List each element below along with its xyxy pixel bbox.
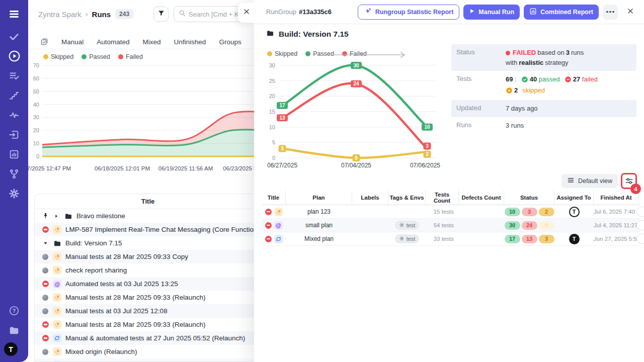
failed-status-icon [42, 321, 49, 328]
manual-run-icon [53, 266, 61, 275]
column-header-status[interactable]: Status [504, 190, 554, 205]
group-run-row[interactable]: @small plantest54 tests30240Jul 4, 2025 … [262, 219, 640, 232]
drawer-actions: Rungroup Statistic Report Manual Run Com… [358, 5, 638, 20]
assignee-avatar[interactable]: T [569, 207, 580, 217]
bar-chart-icon [529, 8, 537, 17]
tags-cell: test [388, 219, 426, 232]
tab-groups[interactable]: Groups [219, 38, 241, 46]
failed-status-icon [42, 281, 49, 287]
runs-table-row[interactable] [35, 358, 261, 362]
group-run-row[interactable]: plan 12315 tests1032TJul 6, 2025 7:40 [262, 205, 640, 219]
tab-automated[interactable]: Automated [97, 38, 129, 46]
group-runs-table: TitlePlanLabelsTags & EnvsTests CountDef… [262, 190, 640, 246]
sidebar-menu-icon[interactable] [4, 4, 24, 24]
rungroup-id: #13a335c6 [299, 8, 332, 16]
runs-table-row[interactable]: Manual & automated tests at 27 Jun 2025 … [35, 331, 261, 345]
group-trend-chart: 0510152025303021730101324306/27/202507/0… [260, 59, 451, 176]
sidebar-help-icon[interactable]: ? [4, 301, 24, 320]
select-all-icon[interactable] [40, 38, 48, 46]
runs-table-row[interactable]: Manual tests at 28 Mar 2025 09:33 Copy [35, 250, 261, 263]
runs-table-row[interactable]: Manual tests at 28 Mar 2025 09:33 (Relau… [35, 318, 261, 331]
search-icon [179, 10, 186, 19]
manual-run-button[interactable]: Manual Run [463, 5, 520, 20]
runs-table-row[interactable]: Build: Version 7.15 [35, 236, 261, 250]
column-header-tags-envs[interactable]: Tags & Envs [388, 190, 426, 205]
manual-run-icon [53, 225, 61, 234]
svg-text:30: 30 [353, 63, 359, 68]
sidebar-gear-icon[interactable] [4, 184, 24, 203]
sidebar-box-arrow-icon[interactable] [4, 125, 24, 144]
mixed-run-icon [53, 334, 61, 342]
tag-pill: test [395, 221, 420, 230]
runs-table-row[interactable]: Bravo milestone [35, 209, 261, 223]
sidebar-pulse-icon[interactable] [4, 105, 24, 125]
filter-button[interactable] [153, 7, 169, 22]
sidebar-folder-icon[interactable] [4, 320, 24, 340]
legend-dot-icon [267, 51, 272, 56]
tests-value: 69 :40 passed27 failed2skipped [506, 74, 631, 97]
combined-report-button[interactable]: Combined Report [524, 5, 599, 20]
tab-unfinished[interactable]: Unfinished [174, 38, 206, 46]
chevron-right-icon[interactable] [53, 214, 60, 219]
sidebar-bar-chart-icon[interactable] [4, 144, 24, 164]
plan-name[interactable]: Mixed plan [286, 232, 352, 245]
runs-table-row[interactable]: Manual tests at 28 Mar 2025 09:33 (Relau… [35, 291, 261, 304]
group-table-body: plan 12315 tests1032TJul 6, 2025 7:40@sm… [262, 205, 640, 246]
failed-status-icon [265, 222, 272, 229]
folder-run-icon [64, 212, 72, 220]
search-input[interactable] [189, 11, 245, 18]
sidebar-branch-icon[interactable] [4, 164, 24, 184]
column-header-defects-count[interactable]: Defects Count [459, 190, 504, 205]
default-view-button[interactable]: Default view [561, 174, 618, 188]
finished-at: Jun 27, 2025 5:5 [594, 232, 639, 245]
svg-text:5: 5 [272, 139, 275, 145]
failed-status-icon [42, 226, 49, 233]
sidebar-list-check-icon[interactable] [4, 66, 24, 85]
sidebar-steps-icon[interactable] [4, 85, 24, 105]
svg-text:20: 20 [33, 127, 39, 133]
plan-name[interactable]: small plan [286, 219, 352, 232]
column-header-plan[interactable]: Plan [286, 190, 352, 205]
drawer-collapse-button[interactable] [238, 3, 255, 23]
more-actions-button[interactable] [603, 5, 618, 20]
tab-mixed[interactable]: Mixed [143, 38, 161, 46]
breadcrumb-project[interactable]: Zyntra Spark [38, 10, 82, 19]
close-icon [243, 8, 250, 17]
column-header-title[interactable]: Title [262, 190, 286, 205]
status-badge-yellow-faded: 0 [539, 221, 554, 230]
sidebar-play-circle-icon[interactable] [4, 46, 24, 66]
chevron-down-icon[interactable] [42, 240, 49, 246]
manual-run-icon [53, 252, 61, 261]
sidebar-check-icon[interactable] [4, 27, 24, 46]
runs-table-row[interactable]: Mixed origin (Relaunch) [35, 345, 261, 358]
runs-table-row[interactable]: Manual tests at 03 Jul 2025 12:08 [35, 304, 261, 318]
runs-table-row[interactable]: @Automated tests at 03 Jul 2025 13:25 [35, 277, 261, 291]
svg-text:17: 17 [279, 103, 285, 108]
runs-table-row[interactable]: LMP-587 Implement Real-Time Chat Messagi… [35, 223, 261, 236]
svg-text:06/27/2025: 06/27/2025 [267, 162, 297, 169]
clipped-action-button [636, 207, 644, 217]
run-status-and-type [262, 232, 286, 245]
tests-count: 54 tests [426, 219, 459, 232]
run-status-and-type [262, 205, 286, 218]
user-avatar[interactable]: T [4, 342, 18, 356]
assignee-avatar[interactable]: T [569, 234, 580, 244]
drawer-close-button[interactable] [623, 5, 638, 19]
rungroup-label: RunGroup [266, 8, 296, 16]
manual-run-icon [274, 208, 283, 216]
column-header-tests-count[interactable]: Tests Count [426, 190, 459, 205]
column-header-labels[interactable]: Labels [352, 190, 388, 205]
automated-run-icon: @ [274, 221, 283, 230]
run-title: Automated tests at 03 Jul 2025 13:25 [65, 280, 178, 288]
tab-manual[interactable]: Manual [61, 38, 84, 46]
runs-table-row[interactable]: check report sharing [35, 263, 261, 277]
group-run-row[interactable]: Mixed plantest33 tests17133TJun 27, 2025… [262, 232, 640, 246]
group-title: Build: Version 7.15 [266, 29, 349, 39]
rungroup-statistic-report-button[interactable]: Rungroup Statistic Report [358, 5, 460, 20]
plan-name[interactable]: plan 123 [286, 205, 352, 218]
pin-icon[interactable] [42, 213, 49, 219]
column-header-assigned-to[interactable]: Assigned To [554, 190, 594, 205]
run-title: Mixed origin (Relaunch) [65, 348, 137, 355]
annotation-badge-4: 4 [630, 184, 641, 194]
legend-item-skipped: Skipped [43, 53, 73, 60]
